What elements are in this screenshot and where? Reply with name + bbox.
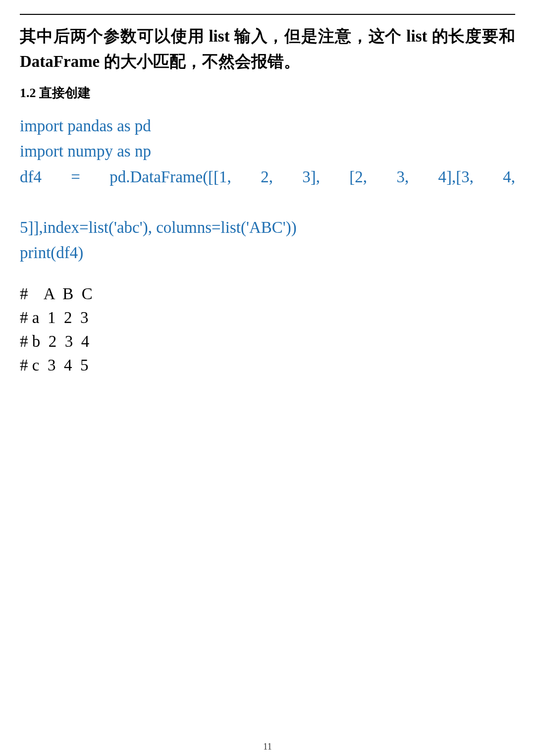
code-token: 4],[3, — [438, 168, 474, 186]
code-token: 3, — [396, 168, 409, 186]
code-line: import numpy as np — [20, 139, 515, 164]
code-token: 2, — [261, 168, 273, 186]
output-row: # a 1 2 3 — [20, 309, 88, 326]
output-row: # c 3 4 5 — [20, 356, 88, 374]
code-line: import pandas as pd — [20, 113, 515, 139]
top-divider — [20, 14, 515, 15]
code-line: print(df4) — [20, 240, 515, 266]
section-heading: 1.2 直接创建 — [20, 84, 515, 102]
output-row: # A B C — [20, 285, 93, 303]
code-block: import pandas as pd import numpy as np d… — [20, 113, 515, 266]
code-token: df4 — [20, 168, 42, 186]
document-page: 其中后两个参数可以使用 list 输入，但是注意，这个 list 的长度要和 D… — [0, 14, 535, 756]
output-row: # b 2 3 4 — [20, 332, 89, 350]
code-token: = — [71, 168, 80, 186]
code-token: 4, — [503, 168, 515, 186]
code-token: 3], — [302, 168, 320, 186]
page-number: 11 — [0, 742, 535, 752]
code-line: 5]],index=list('abc'), columns=list('ABC… — [20, 215, 515, 240]
output-block: # A B C # a 1 2 3 # b 2 3 4 # c 3 4 5 — [20, 282, 515, 377]
lead-paragraph: 其中后两个参数可以使用 list 输入，但是注意，这个 list 的长度要和 D… — [20, 24, 515, 74]
code-line: df4 = pd.DataFrame([[1, 2, 3], [2, 3, 4]… — [20, 164, 515, 215]
code-token: [2, — [349, 168, 367, 186]
code-token: pd.DataFrame([[1, — [109, 168, 231, 186]
